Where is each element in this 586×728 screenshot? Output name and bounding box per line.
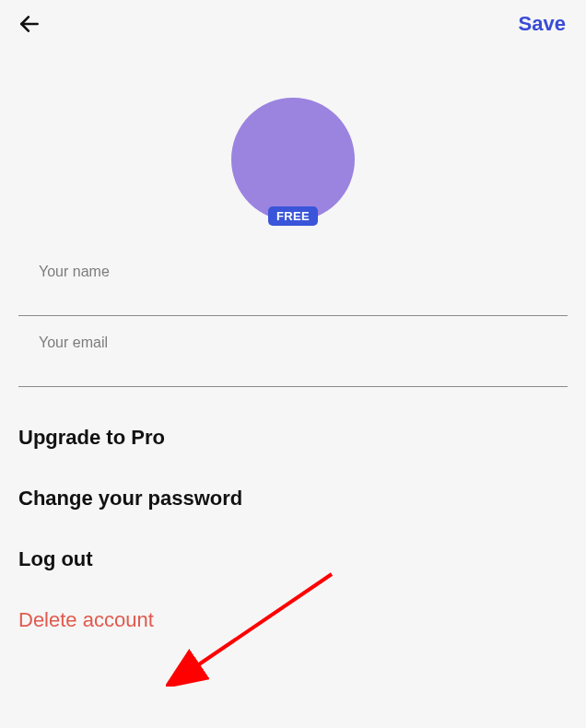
plan-badge: FREE — [268, 206, 318, 226]
name-field[interactable]: Your name — [18, 264, 568, 316]
logout-option[interactable]: Log out — [18, 529, 568, 590]
delete-account-option[interactable]: Delete account — [18, 590, 568, 651]
header: Save — [0, 0, 586, 44]
change-password-option[interactable]: Change your password — [18, 468, 568, 529]
save-button[interactable]: Save — [519, 12, 569, 36]
email-field[interactable]: Your email — [18, 335, 568, 387]
back-arrow-icon[interactable] — [17, 11, 42, 37]
upgrade-to-pro-option[interactable]: Upgrade to Pro — [18, 407, 568, 468]
email-label: Your email — [18, 335, 568, 351]
avatar-section: FREE — [0, 98, 586, 221]
avatar[interactable] — [231, 98, 355, 221]
input-fields: Your name Your email — [0, 221, 586, 387]
options-list: Upgrade to Pro Change your password Log … — [0, 387, 586, 651]
name-label: Your name — [18, 264, 568, 280]
